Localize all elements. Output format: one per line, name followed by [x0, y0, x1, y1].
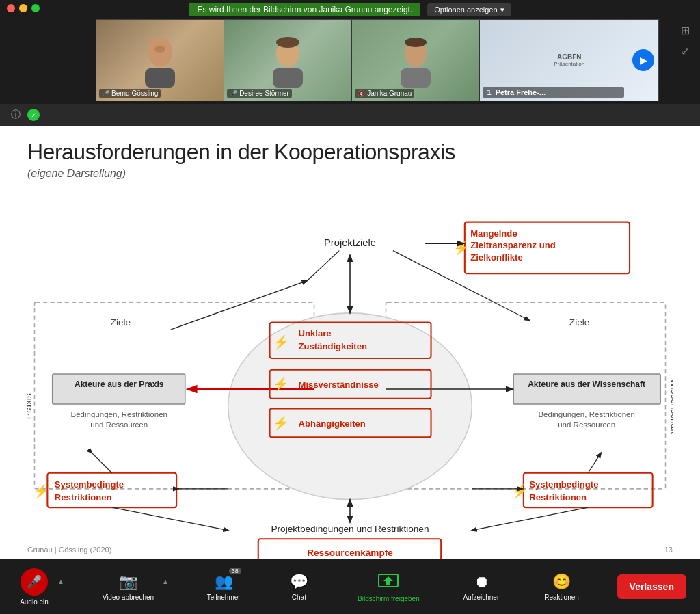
svg-rect-24 [53, 374, 185, 404]
svg-marker-66 [383, 576, 393, 585]
record-button[interactable]: ⏺ Aufzeichnen [457, 569, 506, 605]
desiree-label: 🎤 Desiree Störmer [227, 89, 292, 98]
slide-area: Herausforderungen in der Kooperationspra… [0, 126, 700, 559]
svg-rect-4 [273, 68, 303, 88]
svg-text:und Ressourcen: und Ressourcen [558, 421, 615, 429]
video-tile-bernd[interactable]: 🎤 Bernd Gössling [96, 20, 224, 101]
svg-text:Projektbedingungen und Restrik: Projektbedingungen und Restriktionen [271, 524, 429, 534]
svg-text:Ziele: Ziele [111, 317, 131, 328]
svg-point-2 [154, 46, 165, 53]
svg-line-61 [92, 453, 111, 472]
top-right-icons: ⊞ ⤢ [677, 22, 693, 59]
svg-text:Zuständigkeiten: Zuständigkeiten [298, 341, 367, 351]
chat-button[interactable]: 💬 Chat [278, 569, 319, 605]
next-video-button[interactable]: ▶ [632, 49, 654, 71]
svg-point-8 [405, 38, 427, 47]
bernd-label: 🎤 Bernd Gössling [99, 89, 161, 98]
options-button[interactable]: Optionen anzeigen ▾ [427, 3, 511, 16]
chevron-down-icon: ▾ [500, 5, 504, 14]
janika-label: 🔇 Janika Grunau [355, 89, 414, 98]
svg-text:Restriktionen: Restriktionen [529, 492, 587, 503]
svg-text:Akteure aus der Praxis: Akteure aus der Praxis [75, 379, 164, 389]
audio-group: 🎤 Audio ein ▲ [14, 564, 64, 610]
svg-rect-7 [401, 68, 431, 88]
participants-badge: 38 [229, 568, 241, 574]
video-tile-desiree[interactable]: 🎤 Desiree Störmer [224, 20, 352, 101]
svg-text:Restriktionen: Restriktionen [55, 492, 112, 503]
svg-line-63 [112, 507, 228, 531]
mute-icon-desiree: 🎤 [230, 90, 237, 97]
svg-text:Bedingungen, Restriktionen: Bedingungen, Restriktionen [538, 410, 634, 418]
video-camera-icon: 📷 [119, 573, 137, 591]
participants-icon: 👥 38 [215, 573, 233, 591]
svg-text:Wissenschaft: Wissenschaft [669, 379, 673, 434]
slide-title: Herausforderungen in der Kooperationspra… [27, 139, 673, 165]
svg-line-57 [307, 251, 339, 281]
svg-text:Systembedingte: Systembedingte [55, 479, 124, 490]
mute-icon-janika: 🔇 [358, 90, 365, 97]
diagram-svg: Praxis Wissenschaft Projektziele Mangeln… [27, 191, 673, 559]
svg-text:⚡: ⚡ [453, 240, 470, 256]
screen-share-bar: Es wird Ihnen der Bildschirm von Janika … [0, 0, 700, 19]
reactions-button[interactable]: 😊 Reaktionen [539, 569, 584, 605]
leave-button[interactable]: Verlassen [617, 574, 686, 599]
security-check-icon: ✓ [27, 109, 40, 121]
video-tile-presentation[interactable]: AGBFN Präsentation 1_Petra Frehe-... ▶ [480, 20, 658, 101]
slide-number: 13 [664, 546, 673, 554]
svg-text:Akteure aus der Wissenschaft: Akteure aus der Wissenschaft [528, 379, 645, 389]
info-bar: ⓘ ✓ [0, 104, 700, 126]
presentation-name-label: 1_Petra Frehe-... [483, 87, 624, 98]
svg-text:Abhängigkeiten: Abhängigkeiten [298, 418, 365, 429]
maximize-button[interactable] [31, 4, 40, 12]
slide-subtitle: (eigene Darstellung) [27, 168, 673, 180]
svg-text:Projektziele: Projektziele [324, 237, 376, 248]
video-group: 📷 Video abbrechen ▲ [97, 569, 169, 605]
close-button[interactable] [7, 4, 15, 12]
svg-text:und Ressourcen: und Ressourcen [90, 421, 148, 429]
svg-text:Unklare: Unklare [298, 328, 331, 338]
chat-icon: 💬 [290, 573, 308, 591]
minimize-button[interactable] [19, 4, 27, 12]
svg-text:Mangelnde: Mangelnde [470, 228, 517, 239]
svg-text:Praxis: Praxis [27, 393, 33, 419]
svg-text:⚡: ⚡ [511, 483, 528, 499]
video-chevron-icon[interactable]: ▲ [162, 578, 169, 585]
video-strip: 🎤 Bernd Gössling 🎤 Desiree Störmer [96, 19, 659, 101]
svg-rect-28 [513, 374, 660, 404]
svg-text:Ziele: Ziele [569, 317, 590, 328]
video-tile-janika[interactable]: 🔇 Janika Grunau [352, 20, 480, 101]
traffic-lights [7, 4, 40, 12]
audio-mute-icon: 🎤 [21, 568, 48, 596]
svg-text:Bedingungen, Restriktionen: Bedingungen, Restriktionen [71, 410, 167, 418]
svg-rect-1 [145, 68, 175, 88]
svg-text:Systembedingte: Systembedingte [529, 479, 598, 490]
share-screen-button[interactable]: Bildschirm freigeben [352, 568, 425, 606]
svg-text:⚡: ⚡ [273, 334, 289, 350]
svg-text:⚡: ⚡ [273, 376, 289, 392]
svg-line-62 [588, 453, 601, 472]
svg-text:⚡: ⚡ [33, 483, 49, 499]
mute-icon: 🎤 [102, 90, 109, 97]
slide-footer: Grunau | Gössling (2020) 13 [27, 546, 673, 554]
svg-text:Zieltransparenz und: Zieltransparenz und [470, 240, 556, 250]
grid-view-icon[interactable]: ⊞ [677, 22, 693, 38]
svg-line-64 [472, 507, 588, 531]
svg-point-5 [276, 37, 299, 48]
info-icon[interactable]: ⓘ [11, 109, 21, 121]
screen-share-notification: Es wird Ihnen der Bildschirm von Janika … [189, 3, 420, 16]
svg-text:Zielkonflikte: Zielkonflikte [470, 252, 523, 263]
footer-citation: Grunau | Gössling (2020) [27, 546, 111, 554]
audio-button[interactable]: 🎤 Audio ein [14, 564, 55, 610]
share-screen-icon [376, 572, 401, 592]
video-button[interactable]: 📷 Video abbrechen [97, 569, 159, 605]
audio-chevron-icon[interactable]: ▲ [57, 578, 64, 585]
reactions-icon: 😊 [552, 573, 571, 591]
svg-text:⚡: ⚡ [273, 415, 289, 431]
participants-button[interactable]: 👥 38 Teilnehmer [202, 569, 246, 605]
record-icon: ⏺ [474, 573, 489, 591]
toolbar: 🎤 Audio ein ▲ 📷 Video abbrechen ▲ 👥 38 T… [0, 559, 700, 614]
svg-text:Missverständnisse: Missverständnisse [298, 379, 378, 390]
fullscreen-icon[interactable]: ⤢ [677, 42, 693, 59]
